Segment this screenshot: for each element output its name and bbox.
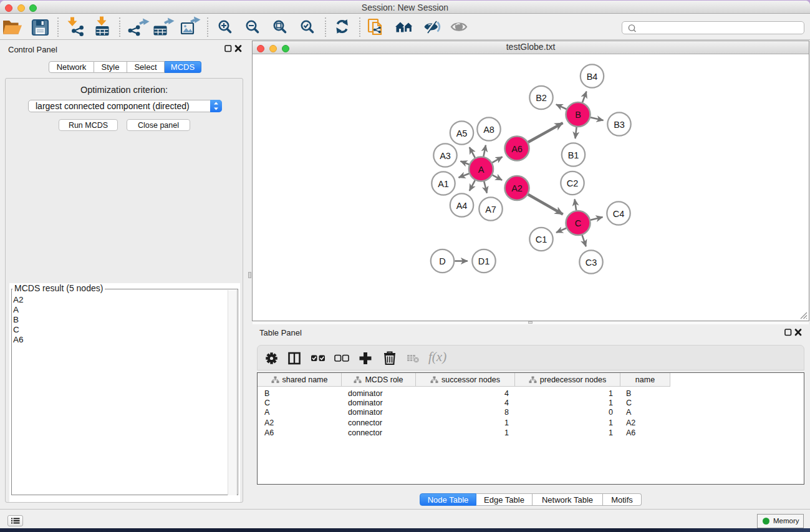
- svg-text:B: B: [575, 110, 581, 120]
- svg-text:B2: B2: [536, 93, 547, 103]
- svg-text:C2: C2: [567, 178, 579, 188]
- svg-text:A6: A6: [511, 144, 523, 154]
- svg-text:D: D: [439, 256, 445, 266]
- svg-text:A4: A4: [456, 201, 468, 211]
- svg-text:A5: A5: [456, 128, 468, 138]
- svg-text:A1: A1: [438, 179, 449, 189]
- svg-text:D1: D1: [478, 256, 490, 266]
- svg-text:B3: B3: [614, 120, 625, 130]
- svg-text:C1: C1: [536, 235, 547, 244]
- svg-text:C: C: [575, 218, 581, 228]
- svg-text:A3: A3: [440, 151, 451, 161]
- svg-text:B4: B4: [587, 72, 598, 82]
- svg-text:A8: A8: [483, 125, 494, 135]
- svg-text:C4: C4: [613, 209, 625, 219]
- svg-text:A: A: [478, 165, 485, 175]
- svg-text:A7: A7: [485, 205, 496, 215]
- svg-text:C3: C3: [586, 258, 597, 268]
- svg-text:B1: B1: [568, 150, 579, 160]
- svg-text:A2: A2: [511, 183, 523, 193]
